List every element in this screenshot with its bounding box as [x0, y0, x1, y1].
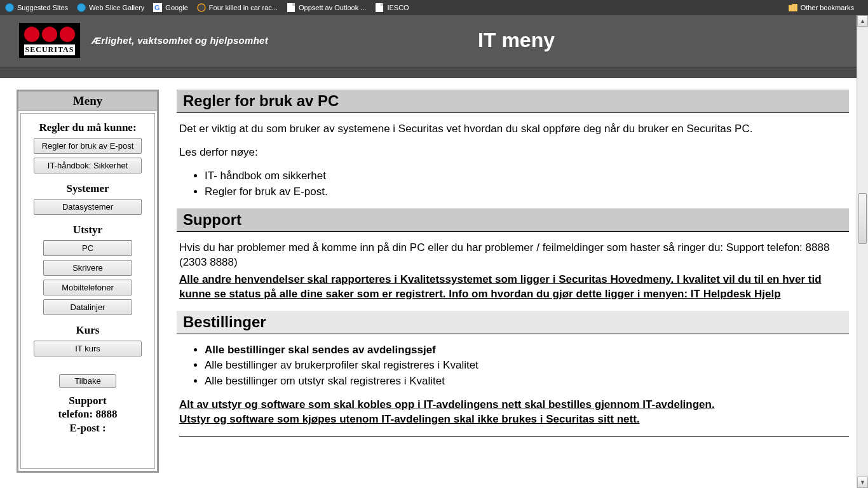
- section-title-bestillinger: Bestillinger: [177, 311, 849, 334]
- tagline-text: Ærlighet, vaktsomhet og hjelpsomhet: [92, 35, 268, 46]
- sidebar-button-pc[interactable]: PC: [43, 240, 132, 256]
- regler-paragraph-1: Det er viktig at du som bruker av system…: [179, 122, 849, 137]
- support-line2: telefon: 8888: [29, 407, 147, 421]
- header-sub-band: [0, 67, 868, 78]
- regler-list-item: Regler for bruk av E-post.: [205, 185, 849, 200]
- support-info: Support telefon: 8888 E-post :: [29, 394, 147, 435]
- sidebar-heading-systemer: Systemer: [29, 182, 147, 195]
- section-title-support: Support: [177, 208, 849, 232]
- bookmark-label: Google: [165, 4, 187, 11]
- support-line3: E-post :: [29, 421, 147, 435]
- regler-list-item: IT- håndbok om sikkerhet: [205, 169, 849, 184]
- page-title: IT meny: [478, 29, 555, 52]
- bookmark-bar: Suggested Sites Web Slice Gallery GGoogl…: [0, 0, 868, 15]
- sidebar-button-it-kurs[interactable]: IT kurs: [34, 341, 142, 356]
- support-link[interactable]: Alle andre henvendelser skal rapporteres…: [179, 273, 822, 300]
- sidebar: Meny Regler du må kunne: Regler for bruk…: [17, 90, 159, 473]
- logo-text: SECURITAS: [24, 44, 75, 55]
- bookmark-suggested-sites[interactable]: Suggested Sites: [5, 3, 68, 12]
- vertical-scrollbar[interactable]: ▲ ▼: [857, 15, 868, 473]
- bookmark-oppsett-outlook[interactable]: Oppsett av Outlook ...: [287, 3, 366, 12]
- sidebar-heading-kurs: Kurs: [29, 324, 147, 337]
- scroll-thumb[interactable]: [858, 193, 867, 244]
- bestillinger-list-item: Alle bestillinger av brukerprofiler skal…: [205, 358, 849, 373]
- section-title-regler: Regler for bruk av PC: [177, 90, 849, 113]
- bookmark-four-killed[interactable]: Four killed in car rac...: [197, 3, 278, 12]
- bookmark-label: Oppsett av Outlook ...: [299, 4, 366, 11]
- bookmark-other-bookmarks[interactable]: Other bookmarks: [789, 3, 854, 12]
- scroll-up-button[interactable]: ▲: [857, 15, 868, 27]
- support-paragraph: Hvis du har problemer med å komme inn på…: [179, 241, 849, 270]
- bookmark-label: Other bookmarks: [801, 4, 854, 11]
- bestillinger-link-1[interactable]: Alt av utstyr og software som skal koble…: [179, 398, 715, 410]
- svg-text:G: G: [154, 4, 160, 11]
- bestillinger-list-item: Alle bestillinger skal sendes av avdelin…: [205, 343, 849, 358]
- horizontal-rule: [179, 436, 849, 437]
- page-icon: [375, 3, 384, 12]
- regler-paragraph-2: Les derfor nøye:: [179, 146, 849, 160]
- sidebar-button-datalinjer[interactable]: Datalinjer: [43, 299, 132, 315]
- bookmark-web-slice-gallery[interactable]: Web Slice Gallery: [77, 3, 144, 12]
- support-line1: Support: [29, 394, 147, 407]
- back-button[interactable]: Tilbake: [59, 374, 116, 388]
- google-icon: G: [153, 3, 162, 12]
- bookmark-iesco[interactable]: IESCO: [375, 3, 409, 12]
- bookmark-label: Suggested Sites: [17, 4, 68, 11]
- securitas-logo: SECURITAS: [19, 23, 80, 58]
- sidebar-title: Meny: [18, 92, 157, 111]
- page-header: SECURITAS Ærlighet, vaktsomhet og hjelps…: [0, 15, 868, 67]
- regler-list: IT- håndbok om sikkerhet Regler for bruk…: [205, 169, 849, 200]
- bestillinger-link-2[interactable]: Utstyr og software som kjøpes utenom IT-…: [179, 413, 640, 425]
- bookmark-label: IESCO: [387, 4, 409, 11]
- folder-icon: [789, 3, 797, 12]
- bookmark-google[interactable]: GGoogle: [153, 3, 187, 12]
- sidebar-button-skrivere[interactable]: Skrivere: [43, 260, 132, 276]
- sidebar-heading-utstyr: Utstyr: [29, 224, 147, 236]
- main-content: Regler for bruk av PC Det er viktig at d…: [177, 90, 855, 437]
- svg-point-2: [198, 4, 205, 11]
- ie-icon: [5, 3, 14, 12]
- bestillinger-list-item: Alle bestillinger om utstyr skal registr…: [205, 374, 849, 389]
- bookmark-label: Web Slice Gallery: [89, 4, 144, 11]
- bestillinger-list: Alle bestillinger skal sendes av avdelin…: [205, 343, 849, 390]
- sidebar-button-mobiltelefoner[interactable]: Mobiltelefoner: [43, 280, 132, 295]
- dot-icon: [197, 3, 206, 12]
- bookmark-label: Four killed in car rac...: [209, 4, 278, 11]
- sidebar-button-regler-epost[interactable]: Regler for bruk av E-post: [34, 138, 142, 154]
- sidebar-button-it-handbok[interactable]: IT-håndbok: Sikkerhet: [34, 158, 142, 173]
- sidebar-heading-regler: Regler du må kunne:: [29, 121, 147, 134]
- ie-icon: [77, 3, 86, 12]
- page-icon: [287, 3, 295, 12]
- sidebar-button-datasystemer[interactable]: Datasystemer: [34, 199, 142, 215]
